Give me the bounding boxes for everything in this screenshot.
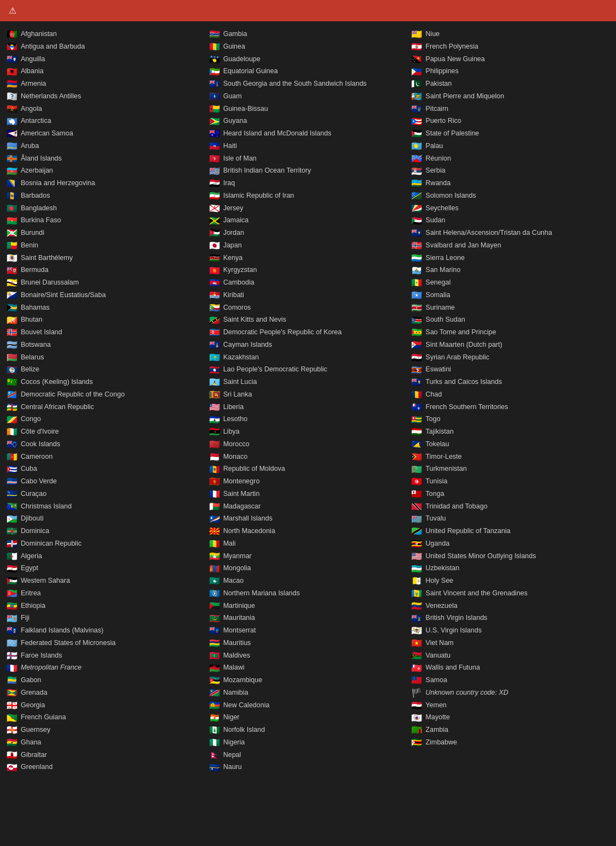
flag-icon: 🇵🇭	[411, 68, 422, 75]
list-item: 🇸🇧Solomon Islands	[409, 190, 612, 202]
country-name: Niger	[223, 712, 240, 723]
flag-icon: 🇦🇮	[7, 55, 17, 63]
flag-icon: 🇳🇷	[209, 764, 220, 771]
list-item: 🇨🇰Cook Islands	[4, 438, 207, 451]
country-name: Faroe Islands	[21, 650, 62, 661]
list-item: 🇱🇷Liberia	[207, 401, 410, 413]
list-item: 🇧🇸Bahamas	[4, 301, 207, 314]
country-name: Egypt	[21, 563, 38, 573]
list-item: 🏴Unknown country code: XD	[409, 687, 612, 699]
flag-icon: 🇯🇵	[209, 241, 220, 249]
country-name: Unknown country code: XD	[425, 688, 508, 698]
flag-icon: 🇰🇪	[209, 254, 220, 262]
flag-icon: 🇰🇿	[209, 353, 220, 361]
country-name: Réunion	[425, 153, 451, 164]
flag-icon: 🇧🇼	[7, 341, 17, 348]
flag-icon: 🇬🇪	[7, 701, 17, 709]
list-item: 🇨🇨Cocos (Keeling) Islands	[4, 376, 207, 388]
flag-icon: 🇳🇵	[209, 751, 220, 759]
flag-icon: 🇦🇳	[7, 92, 17, 100]
country-name: Central African Republic	[21, 402, 94, 412]
flag-icon: 🇩🇴	[7, 540, 17, 547]
flag-icon: 🇸🇿	[411, 366, 422, 374]
country-name: Pakistan	[425, 79, 452, 89]
list-item: 🇦🇳Netherlands Antilles	[4, 90, 207, 103]
list-item: 🇹🇱Timor-Leste	[409, 451, 612, 463]
country-name: Republic of Moldova	[223, 464, 285, 474]
list-item: 🇦🇫Afghanistan	[4, 28, 207, 40]
country-name: United States Minor Outlying Islands	[425, 551, 536, 561]
list-item: 🇸🇽Sint Maarten (Dutch part)	[409, 339, 612, 351]
list-item: 🇪🇹Ethiopia	[4, 600, 207, 612]
flag-icon: 🇧🇮	[7, 229, 17, 236]
flag-icon: 🇬🇼	[209, 105, 220, 113]
list-item: 🇲🇫Saint Martin	[207, 488, 410, 500]
flag-icon: 🇼🇫	[411, 664, 422, 672]
flag-icon: 🇲🇱	[209, 540, 220, 547]
list-item: 🇹🇻Tuvalu	[409, 512, 612, 525]
country-name: Mayotte	[425, 712, 449, 723]
flag-icon: 🇨🇮	[7, 428, 17, 435]
flag-icon: 🇬🇲	[209, 30, 220, 38]
country-name: Cambodia	[223, 277, 254, 288]
flag-icon: 🇪🇹	[7, 602, 17, 610]
flag-icon: 🇲🇶	[209, 602, 220, 610]
list-item: 🇱🇸Lesotho	[207, 413, 410, 425]
list-item: 🇲🇷Mauritania	[207, 612, 410, 624]
list-item: 🇲🇨Monaco	[207, 451, 410, 463]
country-name: Georgia	[21, 700, 45, 711]
flag-icon: 🇮🇴	[209, 167, 220, 175]
list-item: 🇲🇵Northern Mariana Islands	[207, 587, 410, 600]
country-name: Saint Helena/Ascension/Tristan da Cunha	[425, 228, 552, 238]
flag-icon: 🇿🇲	[411, 726, 422, 733]
flag-icon: 🇱🇷	[209, 403, 220, 411]
flag-icon: 🇨🇫	[7, 403, 17, 411]
list-item: 🇰🇳Saint Kitts and Nevis	[207, 313, 410, 326]
flag-icon: 🇬🇬	[7, 726, 17, 733]
flag-icon: 🇷🇸	[411, 167, 422, 175]
country-name: South Georgia and the South Sandwich Isl…	[223, 79, 367, 89]
flag-icon: 🇦🇼	[7, 142, 17, 150]
country-name: Tunisia	[425, 476, 447, 487]
flag-icon: 🇯🇪	[209, 204, 220, 212]
country-name: Nigeria	[223, 737, 245, 748]
country-name: Kiribati	[223, 290, 244, 300]
country-name: Grenada	[21, 688, 48, 698]
list-item: 🇹🇿United Republic of Tanzania	[409, 525, 612, 537]
country-name: Gambia	[223, 29, 247, 39]
flag-icon: 🇨🇲	[7, 453, 17, 460]
list-item: 🇪🇷Eritrea	[4, 587, 207, 600]
country-name: Fiji	[21, 613, 29, 623]
country-name: Cuba	[21, 464, 37, 474]
list-item: 🇮🇲Isle of Man	[207, 152, 410, 165]
flag-icon: 🇹🇳	[411, 477, 422, 485]
flag-icon: 🇻🇬	[411, 614, 422, 622]
flag-icon: 🇸🇲	[411, 267, 422, 274]
list-item: 🇳🇦Namibia	[207, 687, 410, 699]
list-item: 🇲🇲Myanmar	[207, 550, 410, 563]
country-name: Comoros	[223, 303, 251, 313]
country-name: Montserrat	[223, 625, 256, 636]
flag-icon: 🇪🇷	[7, 589, 17, 597]
list-item: 🇧🇹Bhutan	[4, 313, 207, 326]
list-item: 🇨🇫Central African Republic	[4, 401, 207, 413]
flag-icon: 🇭🇲	[209, 129, 220, 137]
country-name: French Southern Territories	[425, 402, 508, 412]
country-name: Togo	[425, 414, 440, 424]
country-name: Ghana	[21, 737, 42, 748]
list-item: 🇱🇾Libya	[207, 425, 410, 438]
flag-icon: 🇫🇯	[7, 614, 17, 622]
list-item: 🇧🇾Belarus	[4, 351, 207, 364]
country-name: Aruba	[21, 141, 39, 151]
country-name: Montenegro	[223, 476, 260, 487]
flag-icon: 🇨🇨	[7, 378, 17, 386]
list-item: 🇬🇩Grenada	[4, 687, 207, 699]
country-name: Uganda	[425, 539, 449, 549]
country-name: Senegal	[425, 277, 451, 288]
country-name: Samoa	[425, 675, 447, 685]
country-name: Afghanistan	[21, 29, 57, 39]
list-item: 🇨🇺Cuba	[4, 463, 207, 475]
list-item: 🇨🇼Curaçao	[4, 488, 207, 500]
flag-icon: 🇻🇦	[411, 577, 422, 584]
country-name: Isle of Man	[223, 153, 257, 164]
